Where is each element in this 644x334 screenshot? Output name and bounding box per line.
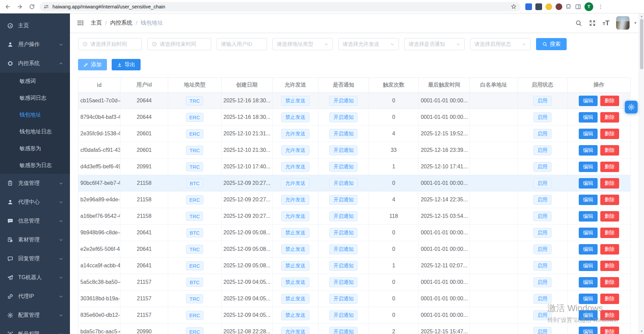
start-time-picker[interactable]: 请选择开始时间 (78, 38, 142, 50)
delete-button[interactable]: 删除 (600, 129, 619, 139)
allow-send-badge[interactable]: 允许发送 (281, 145, 309, 155)
notify-badge[interactable]: 开启通知 (329, 195, 357, 205)
enable-status-badge[interactable]: 启用 (533, 129, 552, 139)
notify-badge[interactable]: 开启通知 (329, 178, 357, 188)
enable-status-badge[interactable]: 启用 (533, 195, 552, 205)
edit-button[interactable]: 编辑 (579, 178, 598, 189)
sidebar-item-1[interactable]: 用户操作 (0, 35, 70, 54)
sidebar-item-3[interactable]: 充值管理 (0, 174, 70, 193)
allow-send-badge[interactable]: 禁止发送 (281, 294, 309, 304)
sidebar-subitem-2-4[interactable]: 敏感形为 (0, 140, 70, 157)
add-button[interactable]: 添加 (78, 59, 107, 70)
delete-button[interactable]: 删除 (600, 211, 619, 222)
notify-badge[interactable]: 开启通知 (329, 96, 357, 106)
delete-button[interactable]: 删除 (600, 294, 619, 304)
scroll-up-icon[interactable]: ▲ (639, 14, 644, 18)
edit-button[interactable]: 编辑 (579, 112, 598, 123)
sidebar-subitem-2-1[interactable]: 敏感词日志 (0, 90, 70, 106)
allow-send-badge[interactable]: 允许发送 (281, 129, 309, 139)
puzzle-icon[interactable] (566, 4, 572, 10)
allow-send-badge[interactable]: 禁止发送 (281, 228, 309, 238)
allow-send-badge[interactable]: 禁止发送 (281, 310, 309, 320)
enable-status-badge[interactable]: 启用 (533, 294, 552, 304)
notify-badge[interactable]: 开启通知 (329, 327, 357, 334)
sidebar-item-9[interactable]: 代理IP (0, 287, 70, 306)
font-size-icon[interactable]: TT (603, 19, 609, 27)
notify-badge[interactable]: 开启通知 (329, 129, 357, 139)
enable-status-badge[interactable]: 启用 (533, 145, 552, 155)
delete-button[interactable]: 删除 (600, 112, 619, 123)
breadcrumb-item-1[interactable]: 内控系统 (110, 19, 132, 27)
allow-send-badge[interactable]: 允许发送 (281, 195, 309, 205)
user-avatar[interactable] (616, 16, 630, 30)
sidebar-item-8[interactable]: TG机器人 (0, 268, 70, 287)
notify-badge[interactable]: 开启通知 (329, 112, 357, 122)
export-button[interactable]: 导出 (112, 59, 141, 70)
end-time-picker[interactable]: 请选择结束时间 (147, 38, 211, 50)
site-settings-icon[interactable] (44, 4, 49, 9)
notify-badge[interactable]: 开启通知 (329, 211, 357, 221)
sidebar-subitem-2-2[interactable]: 钱包地址 (0, 106, 70, 123)
sidebar-subitem-2-3[interactable]: 钱包地址日志 (0, 123, 70, 140)
sidebar-item-4[interactable]: 代理中心 (0, 193, 70, 211)
edit-button[interactable]: 编辑 (579, 310, 598, 321)
sidebar-item-0[interactable]: 主页 (0, 16, 70, 35)
delete-button[interactable]: 删除 (600, 277, 619, 288)
edit-button[interactable]: 编辑 (579, 277, 598, 288)
sidebar-item-5[interactable]: 信息管理 (0, 211, 70, 230)
sidebar-subitem-2-5[interactable]: 敏感形为日志 (0, 157, 70, 174)
delete-button[interactable]: 删除 (600, 145, 619, 156)
enable-status-badge[interactable]: 启用 (533, 277, 552, 287)
side-panel-icon[interactable] (575, 4, 581, 10)
enable-status-badge[interactable]: 启用 (533, 96, 552, 106)
notify-badge[interactable]: 开启通知 (329, 294, 357, 304)
enable-status-badge[interactable]: 启用 (533, 178, 552, 188)
enable-status-badge[interactable]: 启用 (533, 112, 552, 122)
edit-button[interactable]: 编辑 (579, 261, 598, 271)
extension-icon-1[interactable] (525, 3, 532, 10)
sidebar-subitem-2-0[interactable]: 敏感词 (0, 73, 70, 90)
edit-button[interactable]: 编辑 (579, 211, 598, 222)
address-bar[interactable]: haiwang.app/miwang#/internal/user_sensit… (40, 2, 521, 11)
delete-button[interactable]: 删除 (600, 327, 619, 334)
edit-button[interactable]: 编辑 (579, 294, 598, 304)
allow-send-badge[interactable]: 禁止发送 (281, 244, 309, 254)
search-button[interactable]: 搜索 (536, 38, 567, 50)
notify-badge[interactable]: 开启通知 (329, 310, 357, 320)
scroll-down-icon[interactable]: ▼ (639, 330, 644, 333)
enable-status-badge[interactable]: 启用 (533, 228, 552, 238)
allow-send-badge[interactable]: 禁止发送 (281, 112, 309, 122)
delete-button[interactable]: 删除 (600, 244, 619, 255)
enable-status-badge[interactable]: 启用 (533, 310, 552, 320)
notify-badge[interactable]: 开启通知 (329, 244, 357, 254)
address-type-select[interactable]: 请选择地址类型 (272, 38, 333, 50)
back-icon[interactable] (3, 2, 12, 11)
edit-button[interactable]: 编辑 (579, 195, 598, 205)
notify-badge[interactable]: 开启通知 (329, 162, 357, 172)
delete-button[interactable]: 删除 (600, 195, 619, 205)
breadcrumb-item-0[interactable]: 主页 (91, 19, 102, 27)
notify-badge[interactable]: 开启通知 (329, 277, 357, 287)
page-scrollbar[interactable]: ▲ ▼ (639, 13, 644, 334)
allow-send-badge[interactable]: 禁止发送 (281, 96, 309, 106)
sidebar-item-10[interactable]: 配置管理 (0, 306, 70, 325)
enable-status-badge[interactable]: 启用 (533, 327, 552, 334)
enable-status-badge[interactable]: 启用 (533, 244, 552, 254)
allow-send-badge[interactable]: 允许发送 (281, 162, 309, 172)
avatar-caret-icon[interactable]: ▼ (634, 21, 637, 25)
browser-menu-icon[interactable]: ⋮ (597, 3, 605, 10)
extension-icon-2[interactable] (535, 3, 542, 10)
scrollbar-thumb[interactable] (640, 19, 643, 69)
bookmark-star-icon[interactable] (511, 4, 517, 9)
refresh-icon[interactable] (28, 2, 36, 11)
sidebar-item-6[interactable]: 素材管理 (0, 230, 70, 249)
search-icon[interactable] (575, 20, 582, 27)
extension-icon-4[interactable] (556, 3, 562, 10)
allow-send-badge[interactable]: 允许发送 (281, 178, 309, 188)
allow-send-badge[interactable]: 禁止发送 (281, 277, 309, 287)
sidebar-toggle-icon[interactable] (77, 19, 84, 27)
edit-button[interactable]: 编辑 (579, 244, 598, 255)
notify-badge[interactable]: 开启通知 (329, 261, 357, 271)
edit-button[interactable]: 编辑 (579, 145, 598, 156)
notify-select[interactable]: 请选择是否通知 (404, 38, 465, 50)
